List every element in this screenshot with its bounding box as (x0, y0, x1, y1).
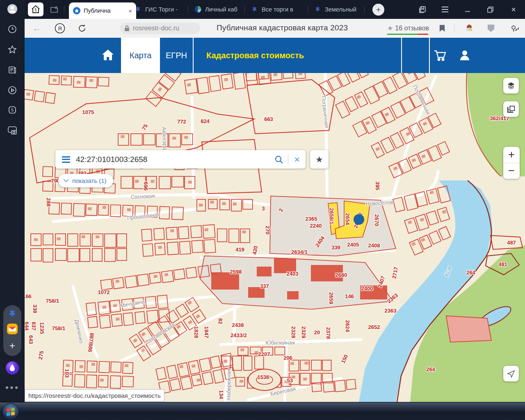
selected-parcel-marker[interactable] (354, 214, 364, 225)
tab-cadastral-map[interactable]: Публична × (69, 2, 136, 19)
reviews-badge[interactable]: ★ 16 отзывов (387, 24, 429, 32)
minimize-icon[interactable] (459, 0, 476, 19)
star-icon: ★ (387, 24, 393, 32)
start-button[interactable] (2, 403, 19, 420)
bookmarks-star-icon[interactable] (7, 45, 17, 55)
nav-tab-cadastral-cost[interactable]: Кадастровая стоимость (194, 38, 317, 73)
site-home-icon[interactable] (100, 48, 115, 62)
home-icon (73, 7, 80, 14)
tab-zemelny[interactable]: Земельный (310, 0, 371, 19)
page-title: Публичная кадастровая карта 2023 (217, 23, 348, 32)
collections-icon[interactable] (488, 25, 495, 32)
bookmarks-panel-icon[interactable] (414, 0, 431, 19)
divider (401, 38, 402, 73)
tab-label: ГИС Торги - (145, 6, 178, 13)
screenshot-icon[interactable] (7, 126, 18, 135)
zoom-in-button[interactable]: + (503, 147, 520, 163)
tab-label: Земельный (325, 6, 356, 13)
zoom-out-button[interactable]: − (503, 163, 520, 179)
url-field[interactable]: rosreestr-doc.ru (120, 23, 200, 34)
divider (429, 38, 430, 73)
search-input[interactable]: 42:27:0101003:2658 (76, 155, 274, 164)
status-url-text: https://rosreestr-doc.ru/кадастровая_сто… (28, 392, 161, 399)
profile-avatar-icon[interactable] (7, 4, 18, 14)
locate-arrow-icon (507, 370, 515, 378)
more-dots-icon[interactable]: ●●● (5, 384, 19, 390)
menu-hamburger-icon[interactable] (62, 156, 70, 163)
show-results-label: показать (1) (72, 177, 107, 184)
bookmark-flag-icon[interactable] (440, 25, 445, 32)
extension-icon[interactable] (465, 24, 474, 33)
alice-icon[interactable] (5, 361, 19, 375)
close-window-icon[interactable]: × (505, 0, 522, 19)
cart-icon[interactable] (433, 48, 447, 62)
menu-icon[interactable] (437, 0, 453, 19)
url-text: rosreestr-doc.ru (133, 25, 179, 32)
divider (454, 23, 455, 33)
eagle-icon (135, 6, 142, 13)
tab-lichny-kabinet[interactable]: Личный каб (190, 0, 251, 19)
new-tab-button[interactable]: + (372, 4, 384, 16)
back-icon[interactable]: ← (32, 23, 41, 34)
nav-tab-egrn[interactable]: ЕГРН (160, 38, 193, 73)
tab-label: Личный каб (205, 6, 237, 13)
status-url-tooltip: https://rosreestr-doc.ru/кадастровая_сто… (25, 389, 164, 402)
add-panel-icon[interactable]: + (9, 340, 15, 352)
user-icon[interactable] (458, 48, 472, 62)
divider (288, 154, 288, 165)
new-tab-group-icon[interactable] (47, 2, 62, 16)
tab-label: Публична (84, 7, 125, 14)
tab-gis-torgi[interactable]: ГИС Торги - (130, 0, 194, 19)
show-results-button[interactable]: показать (1) (58, 174, 113, 187)
rosreestr-eagle-icon[interactable] (7, 309, 17, 318)
clear-search-icon[interactable]: × (294, 154, 300, 165)
yandex-mail-icon[interactable] (6, 323, 18, 335)
tab-label: Все торги в (262, 6, 293, 13)
layers-button[interactable] (503, 78, 519, 94)
panel-5-icon[interactable]: 5 (7, 105, 17, 115)
svg-text:5: 5 (34, 8, 37, 12)
restore-icon[interactable] (482, 0, 498, 19)
tab-vse-torgi[interactable]: Все торги в (247, 0, 314, 19)
taskbar: e Путин Найти S e Y RU Y K 9:20 06.05.20… (0, 402, 525, 420)
tab-bar: 5 Публична × ГИС Торги - Личный каб Все … (25, 0, 525, 19)
passwords-key-icon[interactable] (510, 24, 520, 33)
locate-button[interactable] (503, 366, 519, 381)
svg-text:5: 5 (11, 107, 14, 112)
svg-text:Я: Я (58, 25, 62, 32)
chevron-down-icon (63, 179, 69, 183)
history-icon[interactable] (7, 24, 17, 34)
search-icon[interactable] (274, 155, 284, 164)
favorites-button[interactable]: ★ (310, 150, 329, 169)
reviews-rating-line (387, 34, 428, 35)
zoom-control: + − (503, 147, 520, 179)
map-search-box[interactable]: 42:27:0101003:2658 × (55, 150, 306, 169)
measure-button[interactable] (503, 101, 519, 117)
rosreestr-pie-icon (194, 6, 202, 13)
cadastral-map[interactable]: 1075772824663753118225339379028869639536… (25, 73, 525, 402)
reviews-count: 16 отзывов (395, 25, 429, 32)
home-tab-button[interactable]: 5 (28, 2, 43, 16)
measure-icon (507, 105, 516, 114)
lock-icon[interactable] (124, 25, 130, 32)
site-nav: Карта ЕГРН Кадастровая стоимость (25, 38, 525, 73)
eagle-icon (314, 6, 322, 13)
feed-icon[interactable] (7, 65, 17, 75)
yandex-services-icon[interactable]: Я (55, 23, 65, 34)
map-canvas (25, 73, 525, 402)
layers-icon (507, 81, 516, 90)
video-icon[interactable] (7, 85, 17, 95)
browser-sidebar: 5 + ●●● (0, 0, 25, 402)
windows-logo-icon (7, 408, 15, 416)
eagle-icon (251, 6, 258, 13)
address-bar: ← Я rosreestr-doc.ru Публичная кадастров… (25, 19, 525, 38)
reload-icon[interactable] (78, 24, 87, 33)
nav-tab-map[interactable]: Карта (121, 38, 160, 73)
